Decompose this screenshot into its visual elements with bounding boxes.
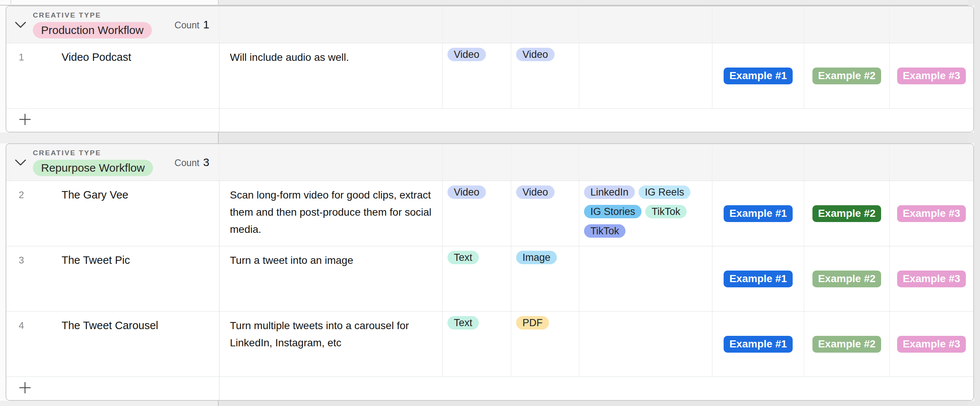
- example-3-button[interactable]: Example #3: [897, 205, 966, 222]
- platforms-cell[interactable]: [579, 246, 712, 311]
- example-1-cell: Example #1: [712, 312, 804, 377]
- left-gutter: [0, 143, 6, 401]
- platform-pill: TikTok: [584, 224, 625, 238]
- group-1-band: CREATIVE TYPE Production Workflow Count …: [0, 6, 980, 132]
- creative-output-cell[interactable]: Image: [511, 246, 579, 311]
- record-name[interactable]: The Tweet Pic: [62, 252, 130, 268]
- platforms-cell[interactable]: LinkedIn IG Reels IG Stories TikTok TikT…: [579, 181, 712, 246]
- row-number: 2: [6, 186, 62, 203]
- gap-right: [219, 401, 968, 406]
- right-gutter: [974, 6, 980, 132]
- creative-output-cell[interactable]: Video: [442, 43, 511, 108]
- count-label: Count: [175, 158, 200, 168]
- group-field-label: CREATIVE TYPE: [33, 149, 153, 157]
- group-header-cell: [889, 6, 973, 43]
- chevron-down-icon[interactable]: [15, 22, 26, 29]
- group-header-cell: [579, 6, 712, 43]
- example-3-cell: Example #3: [889, 312, 973, 377]
- record-name[interactable]: The Gary Vee: [62, 186, 128, 203]
- primary-cell[interactable]: 3 The Tweet Pic: [6, 246, 219, 311]
- row-number: 1: [6, 49, 62, 65]
- plus-icon[interactable]: [19, 381, 31, 396]
- description-cell[interactable]: Turn a tweet into an image: [219, 246, 442, 311]
- creative-output-cell[interactable]: Video: [511, 181, 579, 246]
- example-3-button[interactable]: Example #3: [897, 271, 966, 287]
- record-name[interactable]: The Tweet Carousel: [62, 317, 158, 334]
- right-gutter: [968, 401, 980, 406]
- creative-output-cell[interactable]: Text: [442, 246, 511, 311]
- top-gap-band: [0, 0, 980, 6]
- tag-pill: Text: [447, 316, 479, 330]
- group-header-primary-cell: CREATIVE TYPE Production Workflow Count …: [6, 6, 219, 43]
- creative-output-cell[interactable]: Video: [511, 43, 579, 108]
- example-3-cell: Example #3: [889, 43, 973, 108]
- group-title-stack: CREATIVE TYPE Production Workflow: [33, 11, 152, 38]
- top-gap-left: [0, 0, 218, 6]
- group-header-cell: [889, 144, 973, 181]
- gap-left: [0, 401, 218, 406]
- group-value-pill[interactable]: Production Workflow: [33, 22, 152, 38]
- gap-left: [0, 132, 218, 143]
- creative-output-cell[interactable]: PDF: [511, 312, 579, 377]
- tag-pill: Text: [447, 251, 479, 264]
- chevron-down-icon[interactable]: [15, 159, 26, 167]
- count-label: Count: [175, 20, 200, 30]
- example-2-cell: Example #2: [804, 312, 889, 377]
- example-1-cell: Example #1: [712, 43, 804, 108]
- primary-cell[interactable]: 4 The Tweet Carousel: [6, 312, 219, 377]
- creative-output-cell[interactable]: Video: [442, 181, 511, 246]
- group-header: CREATIVE TYPE Production Workflow Count …: [6, 6, 973, 43]
- group-card-repurpose-workflow: CREATIVE TYPE Repurpose Workflow Count 3: [6, 143, 974, 401]
- example-1-button[interactable]: Example #1: [724, 68, 792, 84]
- description-cell[interactable]: Scan long-form video for good clips, ext…: [219, 181, 442, 246]
- platform-pill: TikTok: [645, 205, 687, 218]
- group-title-stack: CREATIVE TYPE Repurpose Workflow: [33, 149, 153, 176]
- record-name[interactable]: Video Podcast: [62, 49, 131, 65]
- platforms-cell[interactable]: [579, 43, 712, 108]
- plus-icon[interactable]: [19, 113, 31, 127]
- gap-right: [219, 132, 968, 143]
- group-header-cell: [804, 144, 889, 181]
- group-header-primary-cell: CREATIVE TYPE Repurpose Workflow Count 3: [6, 144, 219, 181]
- platforms-cell[interactable]: [579, 312, 712, 377]
- example-1-button[interactable]: Example #1: [724, 271, 792, 287]
- tag-pill: Video: [516, 48, 555, 61]
- primary-cell[interactable]: 2 The Gary Vee: [6, 181, 219, 246]
- group-header-cell: [804, 6, 889, 43]
- example-1-button[interactable]: Example #1: [724, 336, 792, 353]
- example-2-button[interactable]: Example #2: [813, 336, 881, 353]
- count-value: 1: [203, 18, 209, 31]
- add-record-row[interactable]: [6, 108, 973, 132]
- group-header-cell: [219, 6, 442, 43]
- example-3-button[interactable]: Example #3: [897, 336, 966, 353]
- table-row: 4 The Tweet Carousel Turn multiple tweet…: [6, 311, 973, 377]
- description-cell[interactable]: Turn multiple tweets into a carousel for…: [219, 312, 442, 377]
- example-3-button[interactable]: Example #3: [897, 68, 966, 84]
- description-cell[interactable]: Will include audio as well.: [219, 43, 442, 108]
- left-gutter: [0, 6, 6, 132]
- group-header-cell: [442, 144, 511, 181]
- group-header-cell: [219, 144, 442, 181]
- group-value-pill[interactable]: Repurpose Workflow: [33, 160, 153, 176]
- platform-pill: IG Reels: [638, 185, 690, 199]
- bottom-gap-band: [0, 401, 980, 406]
- example-1-button[interactable]: Example #1: [724, 205, 792, 222]
- table-row: 1 Video Podcast Will include audio as we…: [6, 43, 973, 108]
- group-card-production-workflow: CREATIVE TYPE Production Workflow Count …: [6, 6, 974, 132]
- tag-pill: Video: [447, 185, 486, 199]
- group-header-cell: [442, 6, 511, 43]
- creative-output-cell[interactable]: Text: [442, 312, 511, 377]
- group-2-band: CREATIVE TYPE Repurpose Workflow Count 3: [0, 143, 980, 401]
- example-2-button[interactable]: Example #2: [813, 205, 881, 222]
- table-row: 3 The Tweet Pic Turn a tweet into an ima…: [6, 246, 973, 311]
- primary-cell[interactable]: 1 Video Podcast: [6, 43, 219, 108]
- group-header-cell: [511, 6, 579, 43]
- table-row: 2 The Gary Vee Scan long-form video for …: [6, 181, 973, 246]
- example-2-button[interactable]: Example #2: [813, 68, 881, 84]
- add-record-row[interactable]: [6, 377, 973, 400]
- example-1-cell: Example #1: [712, 246, 804, 311]
- tag-pill: Image: [516, 251, 557, 264]
- group-count: Count 3: [175, 156, 209, 169]
- example-2-button[interactable]: Example #2: [813, 271, 881, 287]
- group-count: Count 1: [175, 18, 209, 31]
